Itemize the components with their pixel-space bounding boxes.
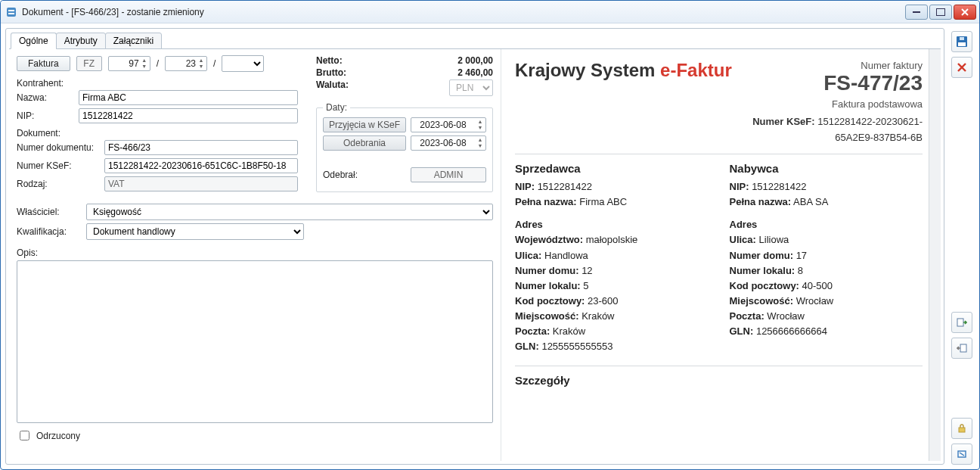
tab-atrybuty[interactable]: Atrybuty	[56, 33, 106, 49]
nip-label: NIP:	[17, 110, 74, 121]
numdoc-field[interactable]	[104, 140, 298, 155]
system-title: Krajowy System e-Faktur	[515, 60, 732, 81]
sprzedawca-section: Sprzedawca NIP: 1512281422 Pełna nazwa: …	[515, 162, 709, 355]
nip-field[interactable]	[79, 108, 298, 123]
form-section: Faktura 97▲▼ / 23▲▼ / Kontrahent: Nazwa:	[9, 49, 501, 461]
app-window: Dokument - [FS-466/23] - zostanie zmieni…	[0, 0, 980, 470]
save-icon[interactable]	[951, 31, 972, 52]
odebral-field	[411, 167, 486, 182]
sprzedawca-head: Sprzedawca	[515, 162, 709, 175]
preview-pane: Krajowy System e-Faktur Numer faktury FS…	[501, 49, 941, 461]
tab-content: Faktura 97▲▼ / 23▲▼ / Kontrahent: Nazwa:	[9, 48, 941, 461]
preview-ksef-line2: 65A2E9-837B54-6B	[752, 132, 923, 143]
netto-value: 2 000,00	[457, 55, 493, 66]
tab-strip: Ogólne Atrybuty Załączniki	[6, 29, 944, 48]
preview-scrollbar[interactable]	[929, 49, 941, 461]
window-title: Dokument - [FS-466/23] - zostanie zmieni…	[22, 7, 905, 17]
odebrania-date-value: 2023-06-08	[420, 138, 466, 148]
right-toolbar	[949, 28, 975, 465]
odebral-label: Odebrał:	[323, 170, 406, 180]
attach-icon[interactable]	[951, 444, 972, 465]
app-icon	[5, 6, 17, 18]
sep-label-2: /	[213, 58, 216, 69]
sep-label: /	[157, 58, 159, 69]
nabywca-section: Nabywca NIP: 1512281422 Pełna nazwa: ABA…	[730, 162, 923, 355]
window-controls	[905, 5, 976, 20]
titlebar: Dokument - [FS-466/23] - zostanie zmieni…	[1, 1, 979, 23]
przyjecia-date-field[interactable]: 2023-06-08▲▼	[411, 117, 486, 132]
client-area: Ogólne Atrybuty Załączniki Faktura 97▲▼ …	[1, 23, 979, 469]
dokument-section-label: Dokument:	[17, 128, 302, 139]
daty-legend: Daty:	[323, 102, 350, 113]
import-icon[interactable]	[951, 338, 972, 359]
ksef-label: Numer KSeF:	[17, 160, 100, 171]
waluta-select: PLN	[449, 79, 493, 96]
doc-num-a-value: 97	[129, 58, 138, 69]
daty-fieldset: Daty: Przyjęcia w KSeF 2023-06-08▲▼ Odeb…	[316, 102, 493, 192]
svg-rect-0	[7, 8, 16, 17]
svg-rect-4	[958, 42, 966, 46]
waluta-label: Waluta:	[316, 79, 349, 96]
brutto-label: Brutto:	[316, 67, 346, 78]
doc-num-b-value: 23	[186, 58, 196, 69]
numdoc-label: Numer dokumentu:	[17, 142, 100, 153]
kwalifikacja-select[interactable]: Dokument handlowy	[86, 223, 304, 240]
nazwa-field[interactable]	[79, 90, 298, 105]
szczegoly-head: Szczegóły	[515, 374, 923, 387]
doc-num-a-stepper[interactable]: 97▲▼	[108, 56, 150, 71]
doc-suffix-select[interactable]	[222, 55, 264, 72]
przyjecia-button[interactable]: Przyjęcia w KSeF	[323, 117, 406, 132]
close-button[interactable]	[954, 5, 976, 20]
netto-label: Netto:	[316, 55, 343, 66]
kwalifikacja-label: Kwalifikacja:	[17, 226, 82, 237]
kontrahent-section-label: Kontrahent:	[17, 78, 302, 89]
opis-textarea[interactable]	[17, 260, 493, 423]
svg-rect-7	[960, 344, 966, 352]
rodzaj-field	[104, 176, 298, 191]
lock-icon[interactable]	[951, 418, 972, 439]
odebrania-button[interactable]: Odebrania	[323, 135, 406, 151]
svg-rect-1	[8, 10, 14, 11]
invoice-preview: Krajowy System e-Faktur Numer faktury FS…	[501, 49, 941, 397]
rodzaj-label: Rodzaj:	[17, 179, 100, 189]
maximize-button[interactable]	[929, 5, 952, 20]
svg-rect-8	[959, 428, 965, 432]
numer-faktury-label: Numer faktury	[752, 60, 923, 71]
faktura-button[interactable]: Faktura	[17, 56, 70, 71]
tab-ogolne[interactable]: Ogólne	[11, 33, 57, 49]
svg-rect-2	[8, 13, 14, 14]
przyjecia-date-value: 2023-06-08	[420, 120, 466, 130]
tab-zalaczniki[interactable]: Załączniki	[105, 33, 162, 49]
svg-rect-6	[957, 319, 963, 326]
doc-prefix-field	[76, 56, 102, 71]
odebrania-date-field[interactable]: 2023-06-08▲▼	[411, 135, 486, 151]
wlasciciel-select[interactable]: Księgowość	[86, 204, 493, 220]
preview-ksef: Numer KSeF: 1512281422-20230621-	[752, 116, 923, 127]
svg-rect-5	[960, 37, 964, 40]
numer-faktury-value: FS-477/23	[752, 71, 923, 95]
cancel-icon[interactable]	[951, 57, 972, 78]
odrzucony-label: Odrzucony	[36, 431, 80, 441]
export-icon[interactable]	[951, 312, 972, 333]
faktura-podtyp: Faktura podstawowa	[752, 98, 923, 110]
ksef-field[interactable]	[104, 158, 298, 173]
main-panel: Ogólne Atrybuty Załączniki Faktura 97▲▼ …	[5, 28, 944, 465]
wlasciciel-label: Właściciel:	[17, 207, 82, 217]
nazwa-label: Nazwa:	[17, 92, 74, 103]
doc-num-b-stepper[interactable]: 23▲▼	[165, 56, 207, 71]
brutto-value: 2 460,00	[457, 67, 493, 78]
odrzucony-checkbox[interactable]	[20, 431, 29, 440]
nabywca-head: Nabywca	[730, 162, 923, 175]
minimize-button[interactable]	[905, 5, 928, 20]
opis-label: Opis:	[17, 247, 493, 258]
